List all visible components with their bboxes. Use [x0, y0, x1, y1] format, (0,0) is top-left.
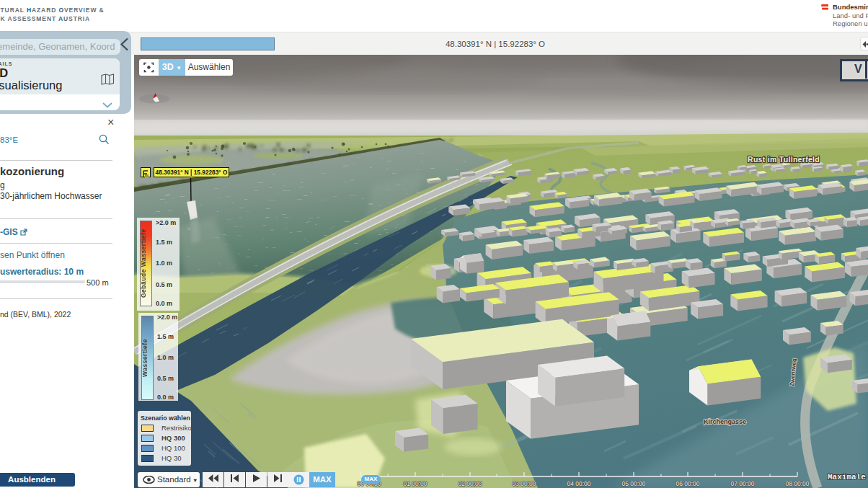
svg-text:04 00:00: 04 00:00 — [567, 480, 590, 487]
svg-text:07 00:00: 07 00:00 — [730, 480, 754, 487]
svg-text:08 00:00: 08 00:00 — [785, 480, 809, 487]
svg-text:Kirchengasse: Kirchengasse — [704, 418, 746, 425]
svg-text:05 00:00: 05 00:00 — [621, 480, 645, 487]
svg-text:01 00:00: 01 00:00 — [403, 480, 427, 487]
svg-text:06 00:00: 06 00:00 — [676, 480, 699, 487]
svg-text:Rust im Tullnerfeld: Rust im Tullnerfeld — [748, 155, 820, 164]
svg-text:02 00:00: 02 00:00 — [458, 480, 482, 487]
svg-text:03 00:00: 03 00:00 — [512, 480, 536, 487]
